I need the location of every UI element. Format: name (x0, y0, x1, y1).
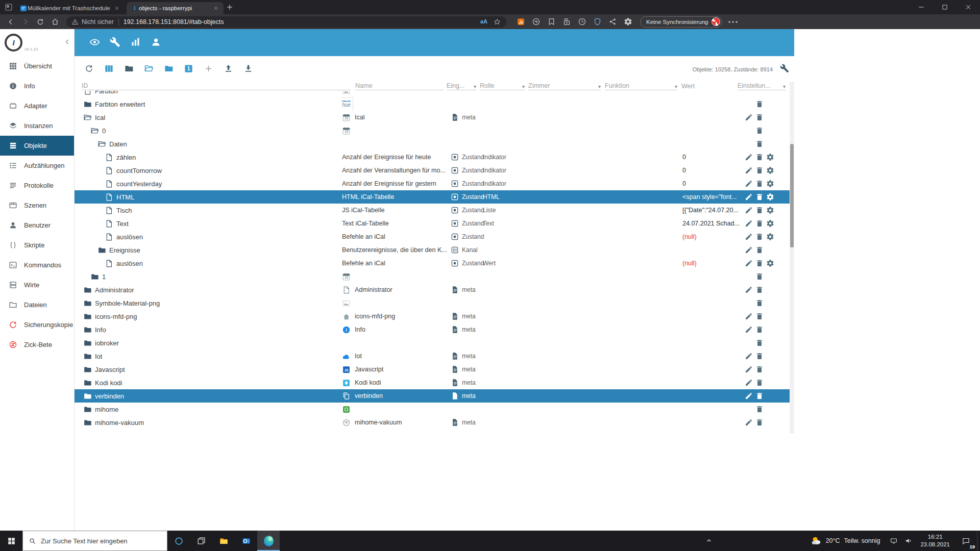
delete-button[interactable] (755, 325, 764, 334)
settings-button[interactable] (766, 166, 774, 174)
browser-menu-icon[interactable] (726, 16, 740, 28)
toolbar-download-icon[interactable] (243, 64, 253, 73)
delete-button[interactable] (755, 100, 764, 108)
delete-button[interactable] (755, 392, 764, 400)
delete-button[interactable] (755, 405, 764, 413)
object-row[interactable]: auslösenBefehle an iCalZustand(null) (75, 230, 790, 243)
column-header-rolle[interactable]: Rolle ▾ (480, 82, 525, 90)
nav-refresh-button[interactable] (33, 15, 47, 28)
sidebar-item-adapter[interactable]: Adapter (0, 96, 74, 116)
wrench-icon[interactable] (110, 37, 120, 47)
nav-forward-button[interactable] (18, 15, 33, 28)
object-row[interactable]: Symbole-Material-png (75, 296, 790, 310)
window-minimize-button[interactable] (910, 0, 933, 14)
object-row[interactable]: IotIotmeta (75, 349, 790, 363)
edit-button[interactable] (745, 325, 753, 334)
sidebar-item-instanzen[interactable]: Instanzen (0, 116, 74, 136)
edit-button[interactable] (745, 418, 753, 427)
toolbar-folder-icon[interactable] (164, 64, 174, 73)
delete-button[interactable] (755, 127, 764, 135)
delete-button[interactable] (755, 339, 764, 347)
column-header-funktion[interactable]: Funktion ▾ (605, 82, 677, 90)
column-header-eing[interactable]: Eing... ▾ (447, 82, 476, 90)
tab-layout-icon[interactable] (4, 3, 13, 12)
taskbar-edge-button[interactable] (257, 531, 280, 551)
object-row[interactable]: Farbton (75, 91, 790, 97)
object-row[interactable]: auslösenBefehle an iCalZustandWert(null) (75, 257, 790, 270)
sidebar-item-benutzer[interactable]: Benutzer (0, 215, 74, 235)
sidebar-item-sicherungskopie[interactable]: Sicherungskopie (0, 315, 74, 335)
object-row[interactable]: countYesterdayAnzahl der Ereignisse für … (75, 177, 790, 190)
nav-home-button[interactable] (47, 15, 62, 28)
sidebar-item-bersicht[interactable]: Übersicht (0, 56, 74, 76)
delete-button[interactable] (755, 166, 764, 174)
column-settings-icon[interactable] (780, 64, 789, 73)
object-row[interactable]: mihome-vakuummihome-vakuummeta (75, 416, 790, 429)
tray-volume-button[interactable] (901, 531, 916, 551)
delete-button[interactable] (755, 233, 764, 241)
object-row[interactable]: JavascriptJSJavascriptmeta (75, 363, 790, 376)
tab-close-icon[interactable] (113, 5, 120, 12)
sidebar-item-skripte[interactable]: Skripte (0, 235, 74, 255)
delete-button[interactable] (755, 193, 764, 201)
object-row[interactable]: 115 (75, 270, 790, 283)
toolbar-folder-icon[interactable] (124, 64, 134, 73)
scrollbar-thumb[interactable] (790, 144, 794, 247)
sidebar-item-aufz-hlungen[interactable]: Aufzählungen (0, 156, 74, 176)
translate-icon[interactable]: aA (480, 18, 488, 26)
object-row[interactable]: zählenAnzahl der Ereignisse für heuteZus… (75, 151, 790, 164)
edit-button[interactable] (745, 193, 753, 201)
object-row[interactable]: Daten (75, 137, 790, 151)
share-icon[interactable] (608, 17, 617, 26)
browser-tab-objects-raspberrypi[interactable]: objects - raspberrypi (127, 2, 224, 14)
edit-button[interactable] (745, 180, 753, 188)
delete-button[interactable] (755, 365, 764, 373)
object-row[interactable]: EreignisseBenutzerereignisse, die über d… (75, 243, 790, 257)
settings-gear-icon[interactable] (624, 17, 632, 26)
edit-button[interactable] (745, 379, 753, 387)
edit-button[interactable] (745, 365, 753, 373)
toolbar-refresh-icon[interactable] (84, 64, 94, 73)
sidebar-item-szenen[interactable]: Szenen (0, 195, 74, 215)
start-button[interactable] (0, 531, 22, 551)
expert-icon[interactable] (151, 37, 161, 47)
taskbar-outlook-button[interactable] (235, 531, 257, 551)
collections-icon[interactable] (562, 17, 571, 26)
sidebar-item-protokolle[interactable]: Protokolle (0, 176, 74, 195)
delete-button[interactable] (755, 113, 764, 121)
edit-button[interactable] (745, 352, 753, 360)
clock[interactable]: 16:21 23.08.2021 (916, 533, 954, 548)
show-hidden-icons-button[interactable] (701, 531, 717, 551)
visibility-icon[interactable] (89, 37, 100, 47)
object-row[interactable]: 015 (75, 124, 790, 137)
sidebar-item-objekte[interactable]: Objekte (0, 136, 74, 156)
sidebar-item-dateien[interactable]: Dateien (0, 295, 74, 315)
scrollbar[interactable] (790, 82, 794, 434)
delete-button[interactable] (755, 140, 764, 148)
edit-button[interactable] (745, 286, 753, 294)
column-header-wert[interactable]: Wert (681, 82, 717, 90)
object-row[interactable]: countTomorrowAnzahl der Veranstaltungen … (75, 164, 790, 177)
taskbar-file-explorer-button[interactable] (212, 531, 235, 551)
delete-button[interactable] (755, 272, 764, 281)
delete-button[interactable] (755, 180, 764, 188)
delete-button[interactable] (755, 259, 764, 267)
settings-button[interactable] (766, 180, 774, 188)
column-header-id[interactable]: ID (82, 82, 351, 90)
column-header-name[interactable]: Name (355, 82, 444, 90)
settings-button[interactable] (766, 233, 774, 241)
edit-button[interactable] (745, 246, 753, 254)
toolbar-upload-icon[interactable] (224, 64, 233, 73)
show-desktop-button[interactable] (977, 531, 980, 551)
settings-button[interactable] (766, 206, 774, 214)
favorites-bar-icon[interactable] (547, 17, 556, 26)
object-row[interactable]: Ical15Icalmeta (75, 111, 790, 124)
edit-button[interactable] (745, 259, 753, 267)
sync-button[interactable]: Keine Synchronisierung (640, 16, 722, 28)
object-row[interactable]: HTMLHTML iCal-TabelleZustandHTML<span st… (75, 190, 790, 204)
sidebar-item-kommandos[interactable]: Kommandos (0, 255, 74, 275)
delete-button[interactable] (755, 299, 764, 307)
edit-button[interactable] (745, 206, 753, 214)
column-header-zimmer[interactable]: Zimmer ▾ (528, 82, 601, 90)
defender-icon[interactable] (593, 17, 602, 26)
